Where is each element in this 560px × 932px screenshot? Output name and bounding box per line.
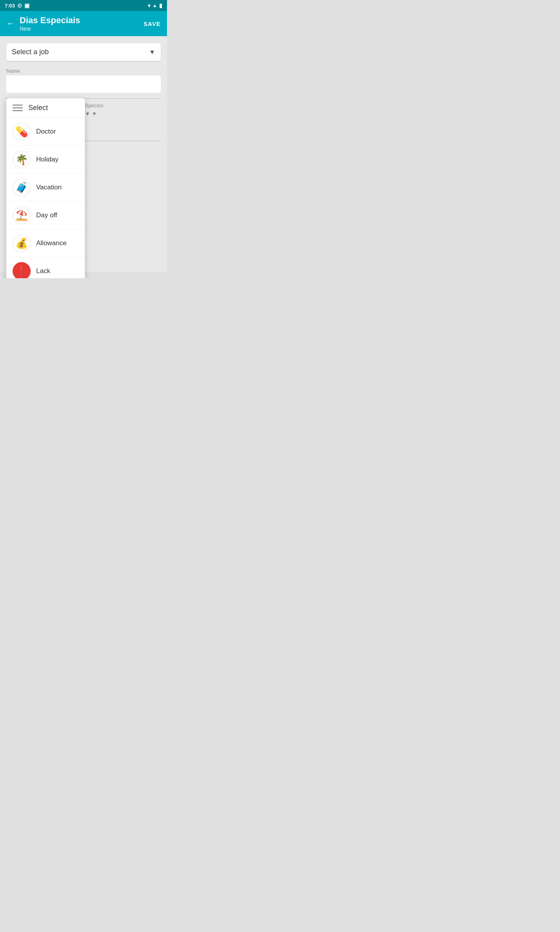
dayoff-icon: ⛱️ [13, 206, 31, 224]
lack-label: Lack [36, 267, 50, 275]
status-bar: 7:03 ⊙ ▣ ▾ ▲ ▮ [0, 0, 167, 11]
list-item[interactable]: 🧳 Vacation [6, 174, 85, 202]
dropdown-header: Select [6, 98, 85, 118]
species-arrow-icon: ▼ [85, 111, 90, 117]
status-right: ▾ ▲ ▮ [148, 2, 162, 9]
list-item[interactable]: ⛱️ Day off [6, 202, 85, 229]
app-bar-title-block: Dias Especiais New [20, 15, 80, 32]
time-display: 7:03 [5, 3, 15, 9]
name-label: Name [6, 68, 161, 74]
app-title: Dias Especiais [20, 15, 80, 26]
list-item[interactable]: ❗ Lack [6, 257, 85, 278]
dayoff-label: Day off [36, 211, 57, 219]
dropdown-header-label: Select [28, 104, 48, 112]
doctor-icon: 💊 [13, 123, 31, 141]
type-dropdown-menu: Select 💊 Doctor 🌴 Holiday 🧳 Vacation ⛱️ … [6, 98, 85, 278]
species-arrow2-icon: ▼ [92, 111, 97, 117]
list-item[interactable]: 🌴 Holiday [6, 146, 85, 174]
app-bar-left: ← Dias Especiais New [6, 15, 80, 32]
vacation-icon: 🧳 [13, 178, 31, 196]
select-job-label: Select a job [12, 48, 49, 56]
hamburger-icon [13, 105, 23, 111]
signal-icon: ▲ [152, 3, 157, 8]
species-select-row[interactable]: ▼ ▼ [85, 111, 161, 117]
holiday-label: Holiday [36, 156, 59, 163]
back-button[interactable]: ← [6, 18, 15, 29]
name-input[interactable] [6, 75, 161, 93]
species-label: Species [85, 103, 161, 108]
allowance-icon: 💰 [13, 234, 31, 252]
status-left: 7:03 ⊙ ▣ [5, 2, 29, 9]
app-bar: ← Dias Especiais New SAVE [0, 11, 167, 36]
form-content: Select a job ▼ Name Type Species ▼ ▼ 9/6… [0, 36, 167, 272]
list-item[interactable]: 💊 Doctor [6, 118, 85, 146]
name-section: Name [6, 68, 161, 93]
allowance-label: Allowance [36, 239, 67, 247]
lack-icon: ❗ [13, 262, 31, 278]
select-job-arrow-icon: ▼ [149, 49, 155, 56]
sim-icon: ▣ [24, 2, 29, 9]
select-job-dropdown[interactable]: Select a job ▼ [6, 43, 161, 61]
battery-icon: ▮ [159, 2, 162, 9]
wifi-icon: ▾ [148, 3, 151, 9]
vacation-label: Vacation [36, 183, 62, 191]
holiday-icon: 🌴 [13, 150, 31, 169]
app-subtitle: New [20, 26, 80, 32]
save-button[interactable]: SAVE [143, 20, 161, 27]
doctor-label: Doctor [36, 128, 56, 136]
list-item[interactable]: 💰 Allowance [6, 229, 85, 257]
notification-circle-icon: ⊙ [17, 2, 22, 9]
species-column: Species ▼ ▼ [85, 103, 161, 117]
